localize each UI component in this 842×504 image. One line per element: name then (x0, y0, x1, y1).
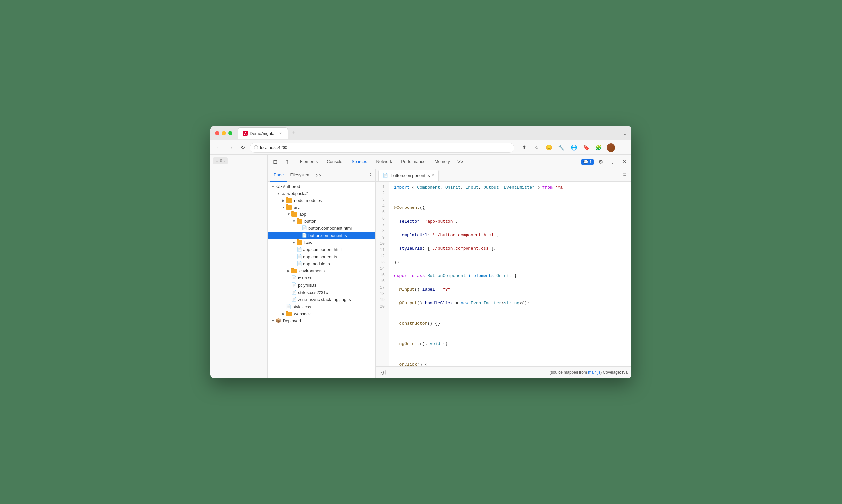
menu-button[interactable]: ⋮ (619, 143, 628, 152)
line-numbers: 1 2 3 4 5 6 7 8 9 10 11 12 13 (376, 182, 389, 366)
environments-item[interactable]: ▶ environments (268, 267, 376, 274)
webpack-cloud-item[interactable]: ▼ ☁ webpack:// (268, 190, 376, 197)
webpack-folder-item[interactable]: ▶ webpack (268, 310, 376, 317)
polyfills-ts-label: polyfills.ts (298, 283, 316, 288)
tab-filesystem[interactable]: Filesystem (287, 169, 313, 182)
button-label: button (304, 219, 316, 223)
extension-icon[interactable]: 🧩 (594, 143, 603, 152)
reload-button[interactable]: ↻ (238, 143, 247, 152)
share-icon[interactable]: ⬆ (520, 143, 529, 152)
environments-arrow: ▶ (286, 269, 291, 273)
app-ts-item[interactable]: ▶ 📄 app.component.ts (268, 253, 376, 260)
deployed-box-icon: 📦 (276, 318, 281, 323)
button-arrow: ▼ (291, 219, 297, 223)
zone-ts-item[interactable]: ▶ 📄 zone-async-stack-tagging.ts (268, 296, 376, 303)
src-arrow: ▼ (281, 205, 286, 209)
tab-memory[interactable]: Memory (430, 155, 455, 169)
app-item[interactable]: ▼ app (268, 211, 376, 218)
main-ts-label: main.ts (298, 275, 312, 281)
button-folder-icon (297, 219, 303, 223)
styles-css-icon: 📄 (291, 290, 296, 295)
maximize-button[interactable] (228, 131, 232, 135)
browser-tab[interactable]: A DemoAngular × (238, 127, 288, 139)
code-content: 1 2 3 4 5 6 7 8 9 10 11 12 13 (376, 182, 631, 366)
profile-avatar[interactable] (607, 143, 615, 152)
new-tab-button[interactable]: + (289, 129, 299, 138)
app-html-item[interactable]: ▶ 📄 app.component.html (268, 246, 376, 253)
tab-close-button[interactable]: × (278, 130, 283, 136)
html-file-icon: 📄 (302, 226, 306, 231)
app-module-icon: 📄 (297, 261, 301, 266)
format-button[interactable]: {} (380, 370, 386, 375)
deployed-label: Deployed (283, 319, 301, 323)
minimize-button[interactable] (222, 131, 226, 135)
deployed-section[interactable]: ▼ 📦 Deployed (268, 317, 376, 324)
label-folder-icon (297, 240, 303, 245)
zoom-controls: + 0 - (213, 158, 228, 164)
main-ts-item[interactable]: ▶ 📄 main.ts (268, 274, 376, 282)
node-modules-item[interactable]: ▶ node_modules (268, 197, 376, 204)
tab-sources[interactable]: Sources (347, 155, 372, 169)
close-devtools-icon[interactable]: ✕ (620, 158, 629, 166)
tab-console[interactable]: Console (322, 155, 347, 169)
tab-favicon: A (243, 130, 248, 136)
button-html-item[interactable]: ▶ 📄 button.component.html (268, 224, 376, 232)
authored-section[interactable]: ▼ </> Authored (268, 183, 376, 190)
editor-tab-button-ts[interactable]: 📄 button.component.ts × (378, 170, 439, 181)
file-tree-menu-button[interactable]: ⋮ (368, 172, 373, 178)
tab-performance[interactable]: Performance (396, 155, 430, 169)
file-tree-more-button[interactable]: >> (316, 173, 321, 178)
webpack-folder-icon (286, 311, 292, 316)
close-button[interactable] (215, 131, 219, 135)
notification-badge[interactable]: 💬 1 (581, 159, 593, 165)
settings-icon[interactable]: ⚙ (596, 158, 605, 166)
app-arrow: ▼ (286, 212, 291, 216)
tab-bar: A DemoAngular × + (238, 127, 620, 139)
zoom-out-button[interactable]: - (222, 158, 226, 164)
styles-css-label: styles.css?231c (298, 290, 328, 295)
editor-tab-close-button[interactable]: × (432, 173, 434, 178)
tab-elements[interactable]: Elements (295, 155, 322, 169)
devtools-tab-icons: ⊡ ▯ (270, 158, 291, 166)
zoom-in-button[interactable]: + (215, 158, 219, 164)
url-text: localhost:4200 (260, 145, 287, 150)
inspector-icon[interactable]: ⊡ (270, 158, 280, 166)
translate-icon[interactable]: 🌐 (569, 143, 578, 152)
label-folder-label: label (304, 240, 313, 245)
save-icon[interactable]: 🔖 (582, 143, 591, 152)
tab-network[interactable]: Network (372, 155, 397, 169)
tab-title: DemoAngular (250, 131, 276, 136)
code-area[interactable]: import { Component, OnInit, Input, Outpu… (389, 182, 631, 366)
device-icon[interactable]: ▯ (282, 158, 291, 166)
editor-right-controls: ⊟ (620, 171, 629, 180)
polyfills-ts-item[interactable]: ▶ 📄 polyfills.ts (268, 282, 376, 289)
source-link[interactable]: main.js (588, 370, 601, 375)
label-folder-item[interactable]: ▶ label (268, 239, 376, 246)
bookmark-icon[interactable]: ☆ (532, 143, 541, 152)
address-input[interactable]: ⓘ localhost:4200 (250, 143, 514, 152)
zone-ts-label: zone-async-stack-tagging.ts (298, 297, 351, 302)
status-bar: {} (source mapped from main.js) Coverage… (376, 366, 631, 378)
devtools-icon[interactable]: 🔧 (557, 143, 566, 152)
button-ts-item[interactable]: ▶ 📄 button.component.ts (268, 232, 376, 239)
chat-icon: 💬 (584, 160, 588, 164)
src-item[interactable]: ▼ src (268, 204, 376, 211)
split-editor-button[interactable]: ⊟ (620, 171, 629, 180)
title-bar: A DemoAngular × + ⌄ (211, 126, 631, 140)
back-button[interactable]: ← (214, 143, 223, 152)
sources-panel: Page Filesystem >> ⋮ ▼ </> Authored (268, 169, 631, 378)
authored-label: </> Authored (276, 184, 300, 189)
left-panel: + 0 - (211, 155, 268, 378)
button-folder-item[interactable]: ▼ button (268, 218, 376, 224)
extensions-icon[interactable]: 😊 (544, 143, 554, 152)
window-controls: ⌄ (623, 130, 627, 136)
node-modules-folder-icon (286, 198, 292, 203)
tab-page[interactable]: Page (270, 169, 287, 182)
forward-button[interactable]: → (226, 143, 235, 152)
more-options-icon[interactable]: ⋮ (608, 158, 617, 166)
styles-css-item[interactable]: ▶ 📄 styles.css?231c (268, 289, 376, 296)
deployed-arrow: ▼ (270, 319, 276, 323)
styles-css-purple-item[interactable]: ▶ 📄 styles.css (268, 303, 376, 310)
app-module-item[interactable]: ▶ 📄 app.module.ts (268, 260, 376, 267)
more-tabs-button[interactable]: >> (455, 158, 466, 166)
